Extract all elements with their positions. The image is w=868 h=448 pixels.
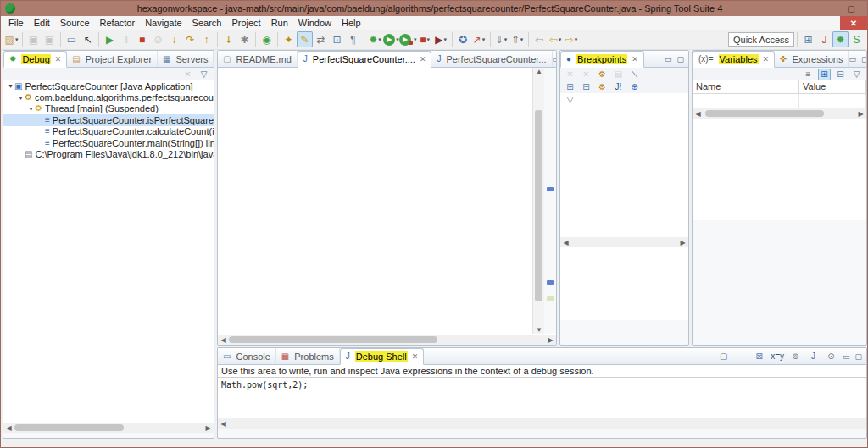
go-to-file-button[interactable]: ▤ xyxy=(612,69,625,80)
breakpoints-view-menu-button[interactable]: ▽ xyxy=(564,94,576,106)
overview-ruler[interactable] xyxy=(544,68,556,334)
bottom-tab-problems[interactable]: ▦Problems xyxy=(276,348,340,364)
clear-shell-button[interactable]: ⊠ xyxy=(753,351,765,362)
show-type-names-button[interactable]: ≡ xyxy=(802,69,815,80)
add-exception-breakpoint-button[interactable]: ⊕ xyxy=(628,81,641,93)
scroll-right-icon[interactable]: ▶ xyxy=(677,239,688,246)
coverage-dropdown-button[interactable]: ▶▾ xyxy=(433,31,449,47)
tree-item-com-baeldung-algorithms-perfectsquarecou[interactable]: ▾⚙com.baeldung.algorithms.perfectsquarec… xyxy=(3,91,214,102)
close-icon[interactable]: ✕ xyxy=(632,55,638,64)
scroll-left-icon[interactable]: ◀ xyxy=(3,424,14,432)
breadcrumb-button[interactable]: ⊡ xyxy=(329,31,345,47)
scroll-thumb[interactable] xyxy=(229,336,437,343)
bottom-maximize-button[interactable]: ▢ xyxy=(717,351,730,362)
breakpoints-hscrollbar[interactable]: ◀ ▶ xyxy=(560,237,688,247)
scroll-thumb[interactable] xyxy=(535,110,542,301)
minimize-view-icon[interactable]: ▭ xyxy=(843,352,850,361)
breakpoints-tab-breakpoints[interactable]: ●Breakpoints✕ xyxy=(560,51,644,68)
close-icon[interactable]: ✕ xyxy=(763,55,770,64)
minimize-view-icon[interactable]: ▭ xyxy=(214,55,214,64)
debug-tab-project-explorer[interactable]: ▤Project Explorer xyxy=(67,51,158,67)
debug-shell-hscrollbar[interactable]: ◀ xyxy=(218,418,866,429)
select-pointer-button[interactable]: ↖ xyxy=(80,31,96,47)
tree-item-thread-main-suspended[interactable]: ▾⚙Thread [main] (Suspended) xyxy=(3,103,214,114)
view-menu-button[interactable]: ▽ xyxy=(198,69,210,80)
terminate-button[interactable]: ■ xyxy=(134,31,150,47)
remove-all-breakpoints-button[interactable]: ✕ xyxy=(580,69,593,80)
launch-rocket-button[interactable]: ↗▾ xyxy=(471,31,487,47)
start-button[interactable]: ◉ xyxy=(259,31,275,47)
bottom-tab-debug-shell[interactable]: JDebug Shell✕ xyxy=(340,348,424,365)
variables-view-menu-button[interactable]: ▽ xyxy=(850,69,863,80)
tree-item-perfectsquarecounter-java-application[interactable]: ▾▣PerfectSquareCounter [Java Application… xyxy=(3,80,214,91)
menu-item-help[interactable]: Help xyxy=(337,18,366,28)
maximize-button[interactable]: ▢ xyxy=(840,2,862,16)
maximize-view-icon[interactable]: ▢ xyxy=(676,55,684,64)
run-history-button[interactable]: ▶▾ xyxy=(399,31,417,47)
close-icon[interactable]: ✕ xyxy=(420,55,426,64)
minimize-view-icon[interactable]: ▭ xyxy=(665,55,672,64)
menu-item-file[interactable]: File xyxy=(3,18,29,28)
last-edit-location-button[interactable]: ⇦ xyxy=(531,31,548,47)
expander-icon[interactable]: ▾ xyxy=(27,105,35,113)
menu-item-edit[interactable]: Edit xyxy=(29,18,55,28)
editor-tab-perfectsquarecounter[interactable]: JPerfectSquareCounter... xyxy=(431,51,552,67)
java-perspective-button[interactable]: J xyxy=(816,31,832,47)
scroll-right-icon[interactable]: ▶ xyxy=(855,110,866,118)
link-with-editor-button[interactable]: ⇄ xyxy=(313,31,329,47)
tree-item-perfectsquarecounter-main-string-line-9[interactable]: ≡PerfectSquareCounter.main(String[]) lin… xyxy=(3,137,214,148)
variables-table-header[interactable]: Name Value xyxy=(693,80,866,94)
back-history-button[interactable]: ⇦▾ xyxy=(548,31,564,47)
variables-collapse-all-button[interactable]: ⊟ xyxy=(834,69,847,80)
save-button[interactable]: ▣ xyxy=(25,31,42,47)
tree-item-perfectsquarecounter-isperfectsquare-int[interactable]: ≡PerfectSquareCounter.isPerfectSquare(in… xyxy=(3,114,214,125)
column-value[interactable]: Value xyxy=(799,80,866,93)
step-over-button[interactable]: ↷ xyxy=(182,31,198,47)
variables-tab-variables[interactable]: (x)=Variables✕ xyxy=(693,51,775,68)
minimize-view-icon[interactable]: ▭ xyxy=(849,55,856,64)
menu-item-refactor[interactable]: Refactor xyxy=(95,18,141,28)
expand-all-button[interactable]: ⊞ xyxy=(564,81,576,93)
display-snippet-button[interactable]: J xyxy=(807,351,820,362)
open-perspective-button[interactable]: ⊞ xyxy=(800,31,816,47)
variables-tab-expressions[interactable]: ✜Expressions xyxy=(775,51,849,67)
terminate-dropdown-button[interactable]: ■▾ xyxy=(417,31,433,47)
resume-button[interactable]: ▶ xyxy=(102,31,118,47)
open-console-button[interactable]: ▭ xyxy=(64,31,80,47)
menu-item-navigate[interactable]: Navigate xyxy=(140,18,186,28)
show-logical-structure-button[interactable]: ⊞ xyxy=(818,69,831,80)
save-all-button[interactable]: ▣ xyxy=(42,31,58,47)
expander-icon[interactable]: ▾ xyxy=(17,94,25,102)
inspect-button[interactable]: ⊚ xyxy=(789,351,802,362)
suspend-on-exception-button[interactable]: J! xyxy=(612,81,625,93)
maximize-view-icon[interactable]: ▢ xyxy=(854,352,862,361)
debug-shell-input[interactable]: Math.pow(sqrt,2); xyxy=(218,378,866,418)
suspend-button[interactable]: ‖ xyxy=(118,31,134,47)
debug-tab-debug[interactable]: ✹Debug✕ xyxy=(3,51,67,68)
quick-access-input[interactable]: Quick Access xyxy=(728,32,794,47)
spring-perspective-button[interactable]: S xyxy=(849,31,865,47)
scroll-left-icon[interactable]: ◀ xyxy=(560,239,571,246)
editor-vscrollbar[interactable]: ▲ ▼ xyxy=(532,68,544,334)
code-editor[interactable] xyxy=(218,68,532,334)
close-button[interactable]: ✕ xyxy=(840,16,867,30)
debug-view-hscrollbar[interactable]: ◀ ▶ xyxy=(3,423,214,433)
expander-icon[interactable]: ▾ xyxy=(7,82,14,90)
breakpoints-list[interactable] xyxy=(560,106,688,237)
search-icon[interactable]: ⊙ xyxy=(825,351,837,362)
next-annotation-button[interactable]: ⇓▾ xyxy=(493,31,509,47)
menu-item-window[interactable]: Window xyxy=(293,18,337,28)
step-return-button[interactable]: ↑ xyxy=(198,31,214,47)
menu-item-project[interactable]: Project xyxy=(226,18,265,28)
forward-history-button[interactable]: ⇨▾ xyxy=(564,31,580,47)
menu-item-source[interactable]: Source xyxy=(55,18,95,28)
drop-to-frame-button[interactable]: ↧ xyxy=(220,31,236,47)
menu-item-run[interactable]: Run xyxy=(266,18,293,28)
group-by-button[interactable]: ⚙ xyxy=(596,81,609,93)
scroll-right-icon[interactable]: ▶ xyxy=(545,336,556,344)
scroll-left-icon[interactable]: ◀ xyxy=(218,336,229,344)
collapse-all-button[interactable]: ⊟ xyxy=(580,81,593,93)
breakpoint-mark[interactable] xyxy=(547,280,554,285)
remove-breakpoint-button[interactable]: ✕ xyxy=(564,69,576,80)
bottom-minimize-button[interactable]: – xyxy=(735,351,748,362)
